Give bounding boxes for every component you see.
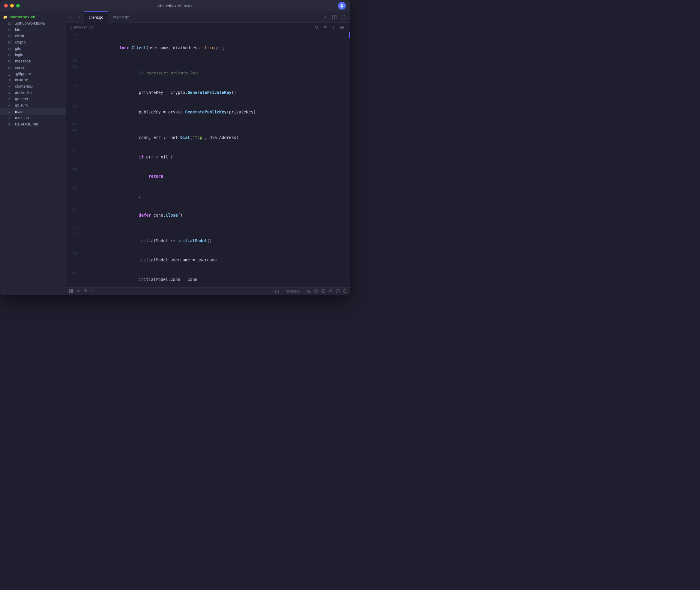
sidebar-item-crypto[interactable]: □ crypto bbox=[0, 39, 66, 45]
outline-icon[interactable] bbox=[76, 289, 80, 294]
folder-icon: □ bbox=[8, 34, 13, 38]
status-right: 1:1 -- NORMAL -- Go bbox=[274, 289, 347, 294]
file-icon: ≡ bbox=[8, 104, 13, 107]
line-number: 32 bbox=[66, 122, 80, 128]
sidebar-item-build-sh[interactable]: ✕ build.sh bbox=[0, 77, 66, 83]
layout-icon[interactable] bbox=[69, 289, 73, 294]
sync-icon[interactable] bbox=[321, 289, 325, 294]
notification-icon[interactable] bbox=[343, 289, 347, 294]
settings-status-icon[interactable] bbox=[328, 289, 333, 294]
sidebar-item-go-mod[interactable]: ≡ go.mod bbox=[0, 96, 66, 102]
sidebar-item-message[interactable]: □ message bbox=[0, 58, 66, 64]
line-number: 38 bbox=[66, 225, 80, 231]
minimize-button[interactable] bbox=[10, 4, 14, 7]
maximize-button[interactable] bbox=[16, 4, 20, 7]
more-tool[interactable] bbox=[339, 24, 345, 31]
editor-tools: I bbox=[314, 24, 345, 31]
folder-icon: □ bbox=[8, 66, 13, 70]
line-content: func Client(username, dialAddress string… bbox=[80, 38, 350, 58]
code-line-28: 28 bbox=[66, 58, 350, 64]
sidebar-item-dockerfile[interactable]: ≡ dockerfile bbox=[0, 89, 66, 96]
go-file-icon: ∞ bbox=[8, 116, 13, 119]
code-editor[interactable]: 26 27 func Client(username, dialAddress … bbox=[66, 32, 350, 287]
line-content: defer conn.Close() bbox=[80, 206, 350, 225]
branch-label: main bbox=[184, 4, 192, 8]
code-line-39: 39 initialModel := initialModel() bbox=[66, 231, 350, 251]
code-line-40: 40 initialModel.username = username bbox=[66, 251, 350, 270]
split-view-button[interactable] bbox=[330, 13, 339, 21]
sidebar-item-github-workflows[interactable]: □ .github/workflows bbox=[0, 20, 66, 26]
cursor-tool[interactable]: I bbox=[330, 24, 337, 31]
tab-client-go[interactable]: client.go bbox=[84, 11, 108, 23]
line-content: initialModel.username = username bbox=[80, 251, 350, 270]
forward-button[interactable]: › bbox=[75, 11, 84, 23]
tab-crypto-go[interactable]: crypto.go bbox=[108, 11, 134, 23]
chat-icon[interactable] bbox=[336, 289, 340, 294]
sidebar-root[interactable]: 📁 chatterbox-cli bbox=[0, 14, 66, 20]
add-tab-button[interactable]: + bbox=[321, 13, 330, 21]
line-content bbox=[80, 122, 350, 128]
sidebar-item-bin[interactable]: □ bin bbox=[0, 26, 66, 33]
tab-actions: + bbox=[321, 13, 350, 21]
settings-tool[interactable] bbox=[322, 24, 328, 31]
sidebar-item-chatterbox[interactable]: ≡ chatterbox bbox=[0, 83, 66, 89]
sidebar-item-readme[interactable]: □ README.md bbox=[0, 121, 66, 127]
scroll-indicator bbox=[349, 32, 350, 38]
sidebar-item-server[interactable]: □ server bbox=[0, 64, 66, 71]
status-bar: ✓ 1:1 -- NORMAL -- Go bbox=[66, 287, 350, 295]
line-content: } bbox=[80, 186, 350, 206]
line-number: 37 bbox=[66, 206, 80, 225]
folder-icon: □ bbox=[8, 46, 13, 51]
app-name: chatterbox-cli bbox=[158, 4, 182, 8]
code-line-29: 29 // construct private key bbox=[66, 64, 350, 83]
file-icon-status[interactable] bbox=[314, 289, 318, 294]
code-line-37: 37 defer conn.Close() bbox=[66, 206, 350, 225]
titlebar: chatterbox-cli main bbox=[0, 0, 350, 11]
window-title: chatterbox-cli main bbox=[158, 4, 192, 8]
line-number: 35 bbox=[66, 167, 80, 186]
script-icon: ✕ bbox=[8, 78, 13, 82]
back-button[interactable]: ‹ bbox=[66, 11, 75, 23]
editor-area: ‹ › client.go crypto.go + bbox=[66, 11, 350, 295]
close-button[interactable] bbox=[4, 4, 8, 7]
users-icon[interactable] bbox=[83, 289, 88, 294]
code-line-41: 41 initialModel.conn = conn bbox=[66, 270, 350, 287]
line-number: 27 bbox=[66, 38, 80, 58]
line-number: 39 bbox=[66, 231, 80, 251]
sidebar-item-client[interactable]: □ client bbox=[0, 33, 66, 39]
sidebar-item-label: build.sh bbox=[15, 78, 28, 82]
code-line-34: 34 if err ≠ nil { bbox=[66, 148, 350, 167]
svg-rect-9 bbox=[71, 289, 73, 293]
line-content: publicKey = crypto.GeneratePublicKey(pri… bbox=[80, 102, 350, 122]
tab-label: crypto.go bbox=[113, 15, 129, 19]
svg-rect-2 bbox=[335, 15, 336, 19]
line-number: 31 bbox=[66, 102, 80, 122]
user-avatar[interactable] bbox=[338, 2, 346, 10]
line-number: 29 bbox=[66, 64, 80, 83]
sidebar-item-label: message bbox=[15, 59, 31, 63]
sidebar-item-login[interactable]: □ login bbox=[0, 52, 66, 58]
check-icon[interactable]: ✓ bbox=[91, 289, 94, 294]
sidebar-item-label: dockerfile bbox=[15, 90, 32, 95]
line-number: 41 bbox=[66, 270, 80, 287]
sidebar-item-gitignore[interactable]: ⎯ .gitignore bbox=[0, 71, 66, 77]
language-indicator[interactable]: Go bbox=[307, 290, 311, 293]
sidebar-item-main[interactable]: ≡ main bbox=[0, 108, 66, 115]
folder-icon: □ bbox=[8, 40, 13, 44]
folder-icon: □ bbox=[8, 28, 13, 32]
sidebar-item-label: client bbox=[15, 33, 24, 38]
svg-line-4 bbox=[317, 28, 318, 29]
svg-point-0 bbox=[341, 4, 343, 6]
line-number: 33 bbox=[66, 128, 80, 148]
sidebar-item-main-go[interactable]: ∞ main.go bbox=[0, 115, 66, 121]
expand-button[interactable] bbox=[339, 13, 348, 21]
sidebar-item-label: server bbox=[15, 65, 26, 70]
sidebar-item-gifs[interactable]: □ gifs bbox=[0, 45, 66, 52]
sidebar-item-label: chatterbox bbox=[15, 84, 33, 89]
line-content bbox=[80, 32, 350, 38]
sidebar-item-go-sum[interactable]: ≡ go.sum bbox=[0, 102, 66, 108]
vim-mode: -- NORMAL -- bbox=[282, 290, 303, 293]
code-line-26: 26 bbox=[66, 32, 350, 38]
search-tool[interactable] bbox=[314, 24, 320, 31]
root-folder-icon: 📁 bbox=[3, 15, 8, 19]
